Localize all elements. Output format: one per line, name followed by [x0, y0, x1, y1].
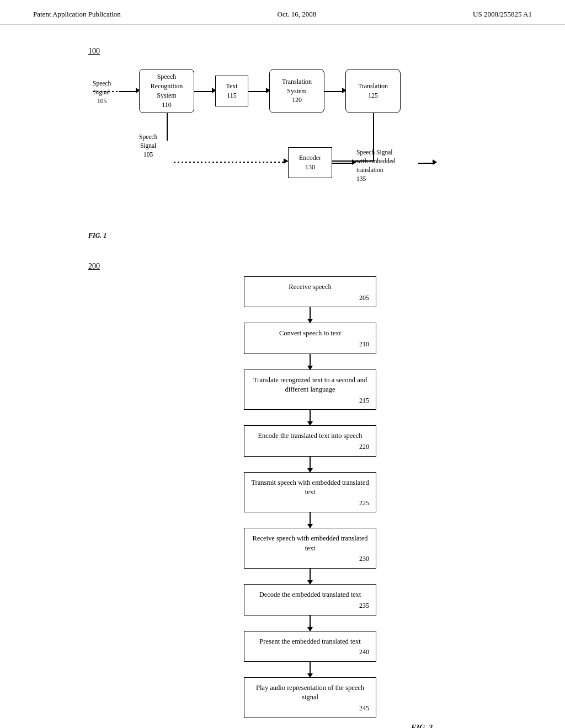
d1: [174, 162, 175, 163]
d19: [243, 162, 245, 163]
arrow-srs-down: [167, 113, 168, 141]
d8: [201, 162, 202, 163]
page-header: Patent Application Publication Oct. 16, …: [0, 0, 565, 25]
flow-connector-1: [310, 354, 311, 370]
arrow-signal-to-srs: [119, 91, 138, 92]
d24: [263, 162, 264, 163]
d4: [185, 162, 187, 163]
speech-signal-embedded-label: Speech Signalwith embeddedtranslation135: [356, 148, 396, 183]
fig2-label-200: 200: [88, 262, 532, 271]
translation-125-box: Translation125: [345, 69, 401, 113]
d28: [278, 162, 280, 163]
dash6: [112, 91, 114, 92]
d17: [236, 162, 237, 163]
d3: [182, 162, 183, 163]
flow-step-240: Present the embedded translated text240: [244, 631, 376, 662]
flow-step-230: Receive speech with embedded translated …: [244, 528, 376, 569]
flow-connector-0: [310, 307, 311, 323]
d13: [220, 162, 222, 163]
flow-connector-4: [310, 512, 311, 528]
d15: [228, 162, 230, 163]
d11: [212, 162, 214, 163]
encoder-box: Encoder130: [288, 147, 332, 178]
d16: [232, 162, 233, 163]
fig1-diagram: 100 SpeechSignal105 SpeechRecognitionSys…: [33, 41, 532, 251]
dash7: [116, 91, 118, 92]
flow-step-210: Convert speech to text210: [244, 323, 376, 354]
d9: [205, 162, 206, 163]
header-right: US 2008/255825 A1: [473, 10, 532, 19]
fig1-label-100: 100: [88, 47, 100, 56]
main-content: 100 SpeechSignal105 SpeechRecognitionSys…: [0, 25, 565, 728]
flow-step-235: Decode the embedded translated text235: [244, 584, 376, 615]
fig2-label: FIG. 2: [88, 724, 532, 728]
flow-connector-7: [310, 662, 311, 677]
speech-signal-left-label: SpeechSignal105: [93, 79, 111, 105]
d20: [247, 162, 249, 163]
flow-connector-6: [310, 615, 311, 631]
d27: [274, 162, 276, 163]
header-left: Patent Application Publication: [33, 10, 121, 19]
flowchart: Receive speech205Convert speech to text2…: [88, 276, 532, 718]
d23: [259, 162, 260, 163]
dash5: [108, 91, 110, 92]
arrowhead-6: [284, 158, 288, 164]
d2: [178, 162, 179, 163]
d18: [239, 162, 241, 163]
translation-system-box: TranslationSystem120: [269, 69, 324, 113]
arrow-encoder-to-output: [332, 163, 354, 164]
dash1: [93, 91, 94, 92]
arrow-text-to-ts: [248, 91, 268, 92]
speech-signal-mid-label: SpeechSignal105: [139, 132, 157, 159]
d22: [255, 162, 257, 163]
d12: [216, 162, 218, 163]
d21: [251, 162, 253, 163]
flow-step-215: Translate recognized text to a second an…: [244, 370, 376, 410]
d6: [193, 162, 195, 163]
flow-connector-5: [310, 569, 311, 584]
flow-step-245: Play audio representation of the speech …: [244, 677, 376, 718]
flow-connector-3: [310, 457, 311, 472]
speech-recognition-box: SpeechRecognitionSystem110: [139, 69, 194, 113]
fig1-label: FIG. 1: [88, 232, 106, 240]
d7: [197, 162, 199, 163]
dash2: [97, 91, 98, 92]
d5: [189, 162, 191, 163]
d26: [270, 162, 272, 163]
flow-step-225: Transmit speech with embedded translated…: [244, 472, 376, 513]
d25: [266, 162, 268, 163]
d14: [224, 162, 226, 163]
arrowhead-7: [352, 159, 356, 165]
text-115-box: Text115: [215, 76, 248, 106]
flow-step-205: Receive speech205: [244, 276, 376, 307]
flow-connector-2: [310, 410, 311, 425]
dash3: [100, 91, 102, 92]
header-center: Oct. 16, 2008: [278, 10, 317, 19]
d10: [209, 162, 210, 163]
arrow-srs-to-text: [194, 91, 214, 92]
arrowhead-8: [433, 159, 437, 165]
arrow-ts-to-t125: [324, 91, 344, 92]
dash4: [104, 91, 106, 92]
fig2-diagram: 200 Receive speech205Convert speech to t…: [88, 262, 532, 728]
flow-step-220: Encode the translated text into speech22…: [244, 425, 376, 456]
